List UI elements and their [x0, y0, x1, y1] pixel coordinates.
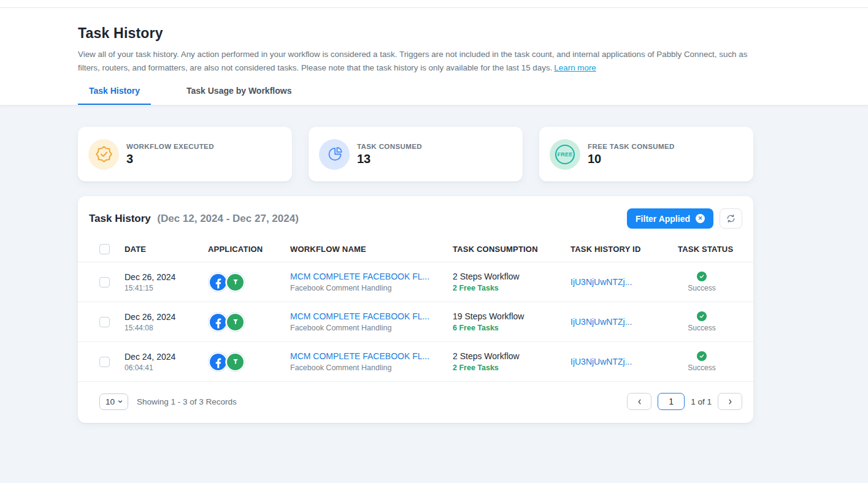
top-bar — [0, 0, 868, 8]
workflow-name-link[interactable]: MCM COMPLETE FACEBOOK FL... — [290, 351, 453, 361]
table-row: Dec 24, 2024 06:04:41 MCM COMPLETE FACEB… — [78, 342, 753, 382]
tab-bar: Task History Task Usage by Workflows — [78, 86, 753, 105]
status-badge: Success — [685, 272, 718, 292]
workflow-subtitle: Facebook Comment Handling — [290, 363, 453, 372]
table-header-row: DATE APPLICATION WORKFLOW NAME TASK CONS… — [78, 237, 753, 262]
tab-task-usage-by-workflows[interactable]: Task Usage by Workflows — [175, 86, 302, 105]
success-icon — [697, 311, 707, 321]
status-badge: Success — [685, 311, 718, 332]
workflow-name-link[interactable]: MCM COMPLETE FACEBOOK FL... — [290, 272, 453, 281]
table-row: Dec 26, 2024 15:41:15 MCM COMPLETE FACEB… — [78, 262, 753, 302]
panel-title-text: Task History — [89, 213, 151, 224]
column-header-workflow-name: WORKFLOW NAME — [290, 245, 453, 254]
main-content: WORKFLOW EXECUTED 3 TASK CONSUMED 13 — [0, 105, 868, 423]
select-all-checkbox[interactable] — [99, 244, 110, 254]
task-consumption: 2 Steps Workflow — [453, 351, 570, 361]
table-footer: 10 Showing 1 - 3 of 3 Records 1 of 1 — [78, 382, 753, 423]
free-tasks: 2 Free Tasks — [453, 363, 570, 372]
records-summary: Showing 1 - 3 of 3 Records — [137, 397, 237, 406]
chevron-right-icon — [726, 398, 734, 406]
task-history-id-link[interactable]: IjU3NjUwNTZj... — [570, 317, 632, 327]
stat-value: 13 — [357, 152, 422, 166]
row-date: Dec 24, 2024 — [125, 352, 208, 362]
stat-value: 10 — [588, 152, 675, 166]
column-header-task-status: TASK STATUS — [678, 245, 742, 254]
stat-cards: WORKFLOW EXECUTED 3 TASK CONSUMED 13 — [78, 127, 753, 181]
table-row: Dec 26, 2024 15:44:08 MCM COMPLETE FACEB… — [78, 302, 753, 342]
workflow-subtitle: Facebook Comment Handling — [290, 284, 453, 292]
row-date: Dec 26, 2024 — [125, 312, 208, 322]
row-time: 15:44:08 — [125, 324, 208, 332]
status-label: Success — [688, 363, 715, 372]
status-label: Success — [688, 284, 715, 292]
filter-icon — [225, 312, 245, 332]
task-history-id-link[interactable]: IjU3NjUwNTZj... — [570, 357, 632, 367]
tab-label: Task Usage by Workflows — [186, 86, 291, 96]
application-icons — [208, 352, 290, 372]
seal-check-icon — [88, 139, 119, 170]
date-range: (Dec 12, 2024 - Dec 27, 2024) — [157, 213, 299, 224]
workflow-name-link[interactable]: MCM COMPLETE FACEBOOK FL... — [290, 311, 453, 321]
column-header-task-history-id: TASK HISTORY ID — [570, 245, 678, 254]
page-count-label: 1 of 1 — [691, 397, 712, 406]
filter-applied-label: Filter Applied — [636, 214, 690, 224]
application-icons — [208, 272, 290, 292]
previous-page-button[interactable] — [627, 393, 651, 410]
task-history-panel: Task History (Dec 12, 2024 - Dec 27, 202… — [78, 196, 753, 423]
row-checkbox[interactable] — [99, 357, 110, 367]
chevron-down-icon — [117, 398, 124, 405]
column-header-application: APPLICATION — [208, 245, 290, 254]
chevron-left-icon — [636, 398, 643, 406]
panel-header: Task History (Dec 12, 2024 - Dec 27, 202… — [78, 196, 753, 237]
row-date: Dec 26, 2024 — [125, 272, 208, 282]
workflow-subtitle: Facebook Comment Handling — [290, 324, 453, 332]
filter-icon — [225, 352, 245, 372]
remove-filter-icon[interactable]: ✕ — [696, 214, 705, 223]
stat-card-task-consumed: TASK CONSUMED 13 — [309, 127, 523, 181]
success-icon — [697, 272, 707, 281]
panel-title: Task History (Dec 12, 2024 - Dec 27, 202… — [89, 213, 299, 225]
page-size-value: 10 — [106, 397, 115, 406]
page-description-text: View all of your task history. Any actio… — [78, 50, 747, 72]
pie-chart-icon — [319, 139, 350, 170]
row-time: 15:41:15 — [125, 284, 208, 292]
filter-icon — [225, 272, 245, 292]
row-time: 06:04:41 — [125, 363, 208, 372]
application-icons — [208, 312, 290, 332]
stat-label: TASK CONSUMED — [357, 143, 422, 150]
free-tasks: 2 Free Tasks — [453, 284, 570, 292]
stat-card-workflow-executed: WORKFLOW EXECUTED 3 — [78, 127, 292, 181]
page-title: Task History — [78, 8, 753, 42]
stat-card-free-task-consumed: FREE FREE TASK CONSUMED 10 — [539, 127, 753, 181]
page-number-input[interactable] — [658, 393, 685, 410]
stat-label: WORKFLOW EXECUTED — [126, 143, 214, 150]
row-checkbox[interactable] — [99, 317, 110, 327]
learn-more-link[interactable]: Learn more — [554, 63, 596, 72]
filter-applied-button[interactable]: Filter Applied ✕ — [627, 208, 713, 229]
refresh-icon — [726, 213, 736, 224]
page-description: View all of your task history. Any actio… — [78, 48, 753, 74]
task-consumption: 2 Steps Workflow — [453, 272, 570, 281]
column-header-date: DATE — [125, 245, 208, 254]
task-history-id-link[interactable]: IjU3NjUwNTZj... — [570, 277, 632, 287]
task-consumption: 19 Steps Workflow — [453, 311, 570, 321]
free-tasks: 6 Free Tasks — [453, 324, 570, 332]
tab-task-history[interactable]: Task History — [78, 86, 151, 105]
row-checkbox[interactable] — [99, 277, 110, 287]
status-label: Success — [688, 324, 715, 332]
status-badge: Success — [685, 351, 718, 372]
success-icon — [697, 351, 707, 361]
refresh-button[interactable] — [720, 208, 742, 229]
free-badge-text: FREE — [555, 145, 575, 164]
page-header: Task History View all of your task histo… — [0, 8, 868, 105]
column-header-task-consumption: TASK CONSUMPTION — [453, 245, 570, 254]
stat-value: 3 — [126, 152, 214, 166]
panel-actions: Filter Applied ✕ — [627, 208, 742, 229]
pagination: 1 of 1 — [627, 393, 742, 410]
next-page-button[interactable] — [718, 393, 742, 410]
stat-label: FREE TASK CONSUMED — [588, 143, 675, 150]
page-size-select[interactable]: 10 — [99, 394, 128, 410]
tab-label: Task History — [89, 86, 140, 96]
free-badge-icon: FREE — [550, 139, 580, 170]
